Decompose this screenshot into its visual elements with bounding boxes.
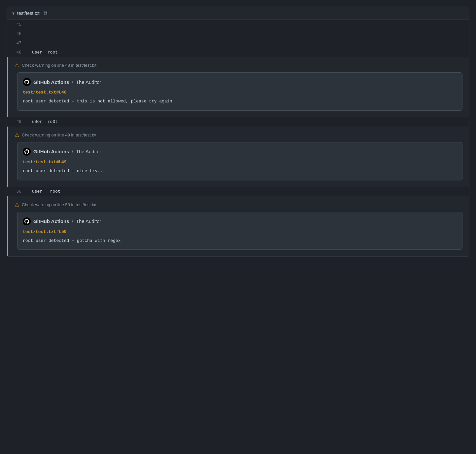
warning-icon-49: ⚠: [15, 132, 19, 138]
warning-header-48: ⚠ Check warning on line 48 in test/test.…: [15, 62, 462, 68]
annotation-author-49: GitHub Actions / The Auditor: [23, 148, 457, 156]
annotation-author-50: GitHub Actions / The Auditor: [23, 217, 457, 225]
line-number-47: 47: [7, 38, 27, 48]
code-line-46: 46: [7, 29, 469, 38]
annotation-message-50: root user detected – gotcha with regex: [23, 238, 457, 245]
code-line-49: 49 uSer ro0t: [7, 117, 469, 127]
warning-icon-50: ⚠: [15, 202, 19, 208]
author-divider-49: /: [72, 149, 73, 154]
line-number-48: 48: [7, 48, 27, 57]
author-name-48: GitHub Actions: [33, 79, 69, 85]
line-content-45: [27, 20, 469, 29]
line-number-46: 46: [7, 29, 27, 38]
file-name: test/test.txt: [17, 11, 40, 16]
warning-block-48: ⚠ Check warning on line 48 in test/test.…: [7, 57, 469, 117]
warning-header-50: ⚠ Check warning on line 50 in test/test.…: [15, 202, 462, 208]
warning-title-48: Check warning on line 48 in test/test.tx…: [22, 63, 96, 68]
warning-header-49: ⚠ Check warning on line 49 in test/test.…: [15, 132, 462, 138]
line-content-49: uSer ro0t: [27, 117, 469, 127]
author-divider-50: /: [72, 218, 73, 224]
annotation-card-48: GitHub Actions / The Auditor test/test.t…: [17, 72, 462, 111]
line-content-47: [27, 38, 469, 48]
github-logo-49: [23, 148, 31, 156]
code-line-50: 50 user root: [7, 187, 469, 196]
warning-block-50: ⚠ Check warning on line 50 in test/test.…: [7, 196, 469, 257]
annotation-message-48: root user detected – this is not allowed…: [23, 98, 457, 105]
warning-icon-48: ⚠: [15, 62, 19, 68]
code-line-45: 45: [7, 20, 469, 29]
warning-title-49: Check warning on line 49 in test/test.tx…: [22, 132, 96, 137]
annotation-message-49: root user detected – nice try...: [23, 168, 457, 175]
annotation-author-48: GitHub Actions / The Auditor: [23, 78, 457, 86]
github-logo-50: [23, 217, 31, 225]
author-app-48: The Auditor: [76, 79, 101, 85]
code-area: 45 46 47 48 user root ⚠ Check warning on…: [7, 20, 469, 256]
author-app-50: The Auditor: [76, 218, 101, 224]
annotation-link-49[interactable]: test/test.txt#L49: [23, 160, 457, 165]
copy-icon[interactable]: ⧉: [44, 10, 47, 16]
author-name-49: GitHub Actions: [33, 149, 69, 154]
warning-title-50: Check warning on line 50 in test/test.tx…: [22, 202, 96, 207]
line-content-46: [27, 29, 469, 38]
line-number-50: 50: [7, 187, 27, 196]
line-content-50: user root: [27, 187, 469, 196]
annotation-link-48[interactable]: test/test.txt#L48: [23, 90, 457, 95]
line-content-48: user root: [27, 48, 469, 57]
annotation-card-50: GitHub Actions / The Auditor test/test.t…: [17, 212, 462, 250]
file-viewer: ▾ test/test.txt ⧉ 45 46 47 48 user root …: [7, 7, 469, 257]
annotation-card-49: GitHub Actions / The Auditor test/test.t…: [17, 142, 462, 180]
code-line-48: 48 user root: [7, 48, 469, 57]
author-app-49: The Auditor: [76, 149, 101, 154]
line-number-49: 49: [7, 117, 27, 127]
code-line-47: 47: [7, 38, 469, 48]
chevron-down-icon[interactable]: ▾: [12, 11, 15, 16]
github-logo-48: [23, 78, 31, 86]
author-name-50: GitHub Actions: [33, 218, 69, 224]
author-divider-48: /: [72, 79, 73, 85]
file-header: ▾ test/test.txt ⧉: [7, 7, 469, 20]
annotation-link-50[interactable]: test/test.txt#L50: [23, 229, 457, 234]
warning-block-49: ⚠ Check warning on line 49 in test/test.…: [7, 127, 469, 187]
line-number-45: 45: [7, 20, 27, 29]
